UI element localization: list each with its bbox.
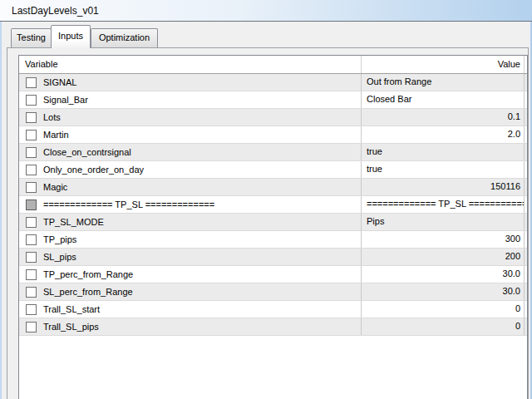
table-row[interactable]: Magic150116 — [19, 179, 527, 196]
variable-cell: Magic — [19, 179, 361, 195]
value-cell[interactable]: true — [361, 161, 524, 178]
row-filler-cell — [524, 318, 527, 335]
variable-cell: Trall_SL_pips — [19, 318, 361, 335]
value-cell[interactable]: 0 — [361, 301, 524, 318]
value-cell[interactable]: true — [361, 144, 524, 160]
value-cell[interactable]: Pips — [361, 214, 524, 230]
table-body: SIGNALOut from RangeSignal_BarClosed Bar… — [19, 74, 527, 336]
variable-cell: Trall_SL_start — [19, 301, 361, 318]
window-border-left — [0, 22, 2, 399]
row-filler-cell — [524, 301, 527, 318]
value-cell[interactable]: 0 — [361, 318, 524, 335]
row-filler-cell — [524, 74, 527, 91]
variable-cell: Only_one_order_on_day — [19, 161, 361, 178]
table-row[interactable]: Trall_SL_pips0 — [19, 318, 527, 336]
variable-name: Trall_SL_start — [43, 304, 100, 314]
row-filler-cell — [524, 126, 527, 143]
variable-name: SL_perc_from_Range — [43, 287, 133, 297]
optimize-checkbox[interactable] — [26, 304, 37, 315]
table-row[interactable]: ============= TP_SL ====================… — [19, 196, 527, 214]
variable-name: Magic — [43, 182, 67, 192]
row-filler-cell — [524, 231, 527, 248]
table-row[interactable]: Martin2.0 — [19, 126, 527, 144]
variable-name: TP_SL_MODE — [43, 217, 104, 227]
row-filler-cell — [524, 266, 527, 283]
tab-testing[interactable]: Testing — [11, 28, 52, 47]
row-filler-cell — [524, 144, 527, 160]
value-cell[interactable]: ============= TP_SL ============= — [361, 196, 524, 213]
row-filler-cell — [524, 196, 527, 213]
variable-cell: ============= TP_SL ============= — [19, 196, 361, 213]
value-cell[interactable]: 150116 — [361, 179, 524, 195]
variable-name: Martin — [43, 130, 69, 140]
variable-cell: Lots — [19, 109, 361, 126]
window-titlebar[interactable]: LastDayLevels_v01 — [0, 0, 532, 22]
variable-name: Trall_SL_pips — [43, 322, 99, 332]
variable-cell: SIGNAL — [19, 74, 361, 91]
column-header-filler — [524, 56, 527, 73]
row-filler-cell — [524, 179, 527, 195]
optimize-checkbox[interactable] — [26, 287, 37, 298]
variable-cell: SL_perc_from_Range — [19, 283, 361, 300]
value-cell[interactable]: Out from Range — [361, 74, 524, 91]
column-header-variable: Variable — [19, 56, 361, 73]
optimize-checkbox[interactable] — [26, 130, 37, 140]
tab-optimization[interactable]: Optimization — [91, 28, 158, 47]
parameters-table: Variable Value SIGNALOut from RangeSigna… — [18, 55, 528, 399]
variable-name: TP_pips — [43, 234, 76, 244]
optimize-checkbox[interactable] — [26, 182, 37, 193]
tab-inputs[interactable]: Inputs — [51, 25, 91, 48]
row-filler-cell — [524, 283, 527, 300]
checkbox-disabled-icon — [26, 200, 37, 210]
optimize-checkbox[interactable] — [26, 77, 37, 88]
value-cell[interactable]: 200 — [361, 249, 524, 265]
row-filler-cell — [524, 109, 527, 126]
optimize-checkbox[interactable] — [26, 165, 37, 175]
variable-cell: Close_on_contrsignal — [19, 144, 361, 160]
window-title: LastDayLevels_v01 — [12, 5, 99, 17]
variable-cell: Martin — [19, 126, 361, 143]
table-row[interactable]: TP_SL_MODEPips — [19, 214, 527, 231]
table-row[interactable]: Trall_SL_start0 — [19, 301, 527, 318]
row-filler-cell — [524, 249, 527, 265]
value-cell[interactable]: 30.0 — [361, 266, 524, 283]
value-cell[interactable]: 2.0 — [361, 126, 524, 143]
table-row[interactable]: Lots0.1 — [19, 109, 527, 126]
column-header-value: Value — [361, 56, 524, 73]
variable-name: Only_one_order_on_day — [43, 165, 144, 175]
value-cell[interactable]: 300 — [361, 231, 524, 248]
value-cell[interactable]: Closed Bar — [361, 91, 524, 108]
row-filler-cell — [524, 214, 527, 230]
optimize-checkbox[interactable] — [26, 147, 37, 158]
table-row[interactable]: SL_perc_from_Range30.0 — [19, 283, 527, 301]
optimize-checkbox[interactable] — [26, 112, 37, 123]
variable-cell: TP_pips — [19, 231, 361, 248]
optimize-checkbox[interactable] — [26, 252, 37, 263]
variable-name: SL_pips — [43, 252, 76, 262]
row-filler-cell — [524, 91, 527, 108]
table-row[interactable]: Close_on_contrsignaltrue — [19, 144, 527, 161]
optimize-checkbox[interactable] — [26, 269, 37, 280]
table-row[interactable]: SIGNALOut from Range — [19, 74, 527, 91]
table-header-row: Variable Value — [19, 56, 527, 74]
variable-cell: TP_SL_MODE — [19, 214, 361, 230]
variable-cell: Signal_Bar — [19, 91, 361, 108]
optimize-checkbox[interactable] — [26, 234, 37, 245]
variable-name: TP_perc_from_Range — [43, 269, 133, 279]
optimize-checkbox[interactable] — [26, 95, 37, 106]
variable-cell: TP_perc_from_Range — [19, 266, 361, 283]
table-row[interactable]: TP_pips300 — [19, 231, 527, 249]
variable-name: SIGNAL — [43, 77, 76, 87]
table-row[interactable]: TP_perc_from_Range30.0 — [19, 266, 527, 283]
variable-name: ============= TP_SL ============= — [43, 200, 214, 209]
table-row[interactable]: Only_one_order_on_daytrue — [19, 161, 527, 179]
value-cell[interactable]: 30.0 — [361, 283, 524, 300]
row-filler-cell — [524, 161, 527, 178]
variable-cell: SL_pips — [19, 249, 361, 265]
value-cell[interactable]: 0.1 — [361, 109, 524, 126]
table-row[interactable]: SL_pips200 — [19, 249, 527, 266]
variable-name: Lots — [43, 112, 61, 122]
optimize-checkbox[interactable] — [26, 322, 37, 332]
optimize-checkbox[interactable] — [26, 217, 37, 228]
table-row[interactable]: Signal_BarClosed Bar — [19, 91, 527, 109]
